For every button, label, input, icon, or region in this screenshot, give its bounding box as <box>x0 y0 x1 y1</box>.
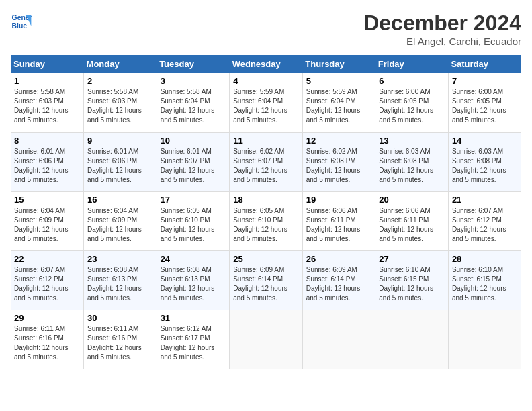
day-detail: Sunrise: 6:05 AM Sunset: 6:10 PM Dayligh… <box>233 206 299 244</box>
page-header: General Blue General Blue December 2024 … <box>11 11 521 47</box>
calendar-cell-2: 2Sunrise: 5:58 AM Sunset: 6:03 PM Daylig… <box>84 73 157 132</box>
calendar-cell-11: 11Sunrise: 6:02 AM Sunset: 6:07 PM Dayli… <box>230 132 303 191</box>
day-number: 24 <box>161 254 226 264</box>
day-detail: Sunrise: 5:59 AM Sunset: 6:04 PM Dayligh… <box>233 87 299 125</box>
day-detail: Sunrise: 6:01 AM Sunset: 6:07 PM Dayligh… <box>161 147 226 185</box>
weekday-header-friday: Friday <box>375 55 449 73</box>
day-detail: Sunrise: 6:09 AM Sunset: 6:14 PM Dayligh… <box>306 265 372 303</box>
day-number: 3 <box>161 76 226 86</box>
day-detail: Sunrise: 6:04 AM Sunset: 6:09 PM Dayligh… <box>14 206 80 244</box>
calendar-cell-29: 29Sunrise: 6:11 AM Sunset: 6:16 PM Dayli… <box>11 310 84 369</box>
month-title: December 2024 <box>363 11 521 36</box>
day-number: 27 <box>379 254 445 264</box>
calendar-cell-14: 14Sunrise: 6:03 AM Sunset: 6:08 PM Dayli… <box>448 132 521 191</box>
calendar-cell-27: 27Sunrise: 6:10 AM Sunset: 6:15 PM Dayli… <box>375 250 449 310</box>
calendar-cell-12: 12Sunrise: 6:02 AM Sunset: 6:08 PM Dayli… <box>302 132 375 191</box>
day-number: 1 <box>14 76 80 86</box>
day-detail: Sunrise: 5:58 AM Sunset: 6:04 PM Dayligh… <box>161 87 226 125</box>
day-detail: Sunrise: 5:58 AM Sunset: 6:03 PM Dayligh… <box>14 87 80 125</box>
calendar-cell-31: 31Sunrise: 6:12 AM Sunset: 6:17 PM Dayli… <box>157 310 230 369</box>
weekday-header-saturday: Saturday <box>448 55 521 73</box>
title-block: December 2024 El Angel, Carchi, Ecuador <box>363 11 521 47</box>
day-number: 2 <box>87 76 153 86</box>
day-detail: Sunrise: 6:02 AM Sunset: 6:08 PM Dayligh… <box>306 147 372 185</box>
day-detail: Sunrise: 6:11 AM Sunset: 6:16 PM Dayligh… <box>14 324 80 362</box>
day-number: 31 <box>161 313 226 323</box>
day-detail: Sunrise: 6:05 AM Sunset: 6:10 PM Dayligh… <box>161 206 226 244</box>
day-number: 18 <box>233 195 299 205</box>
day-detail: Sunrise: 6:03 AM Sunset: 6:08 PM Dayligh… <box>452 147 518 185</box>
calendar-cell-26: 26Sunrise: 6:09 AM Sunset: 6:14 PM Dayli… <box>302 250 375 310</box>
day-number: 12 <box>306 136 372 146</box>
calendar-cell-28: 28Sunrise: 6:10 AM Sunset: 6:15 PM Dayli… <box>448 250 521 310</box>
day-number: 22 <box>14 254 80 264</box>
day-detail: Sunrise: 6:01 AM Sunset: 6:06 PM Dayligh… <box>14 147 80 185</box>
logo-icon: General Blue <box>11 11 32 32</box>
day-number: 23 <box>87 254 153 264</box>
day-detail: Sunrise: 6:09 AM Sunset: 6:14 PM Dayligh… <box>233 265 299 303</box>
day-detail: Sunrise: 6:00 AM Sunset: 6:05 PM Dayligh… <box>452 87 518 125</box>
empty-cell <box>302 310 375 369</box>
weekday-header-sunday: Sunday <box>11 55 84 73</box>
calendar-table: SundayMondayTuesdayWednesdayThursdayFrid… <box>11 55 521 369</box>
location-subtitle: El Angel, Carchi, Ecuador <box>363 36 521 47</box>
calendar-cell-10: 10Sunrise: 6:01 AM Sunset: 6:07 PM Dayli… <box>157 132 230 191</box>
day-number: 6 <box>379 76 445 86</box>
calendar-cell-20: 20Sunrise: 6:06 AM Sunset: 6:11 PM Dayli… <box>375 191 449 250</box>
day-detail: Sunrise: 6:00 AM Sunset: 6:05 PM Dayligh… <box>379 87 445 125</box>
day-number: 26 <box>306 254 372 264</box>
day-number: 10 <box>161 136 226 146</box>
day-number: 25 <box>233 254 299 264</box>
svg-text:Blue: Blue <box>12 22 28 30</box>
day-detail: Sunrise: 6:11 AM Sunset: 6:16 PM Dayligh… <box>87 324 153 362</box>
logo: General Blue General Blue <box>11 11 32 32</box>
day-number: 4 <box>233 76 299 86</box>
day-number: 15 <box>14 195 80 205</box>
week-row-4: 22Sunrise: 6:07 AM Sunset: 6:12 PM Dayli… <box>11 250 521 310</box>
day-detail: Sunrise: 6:10 AM Sunset: 6:15 PM Dayligh… <box>379 265 445 303</box>
day-detail: Sunrise: 6:12 AM Sunset: 6:17 PM Dayligh… <box>161 324 226 362</box>
day-number: 11 <box>233 136 299 146</box>
day-detail: Sunrise: 6:07 AM Sunset: 6:12 PM Dayligh… <box>452 206 518 244</box>
day-detail: Sunrise: 6:08 AM Sunset: 6:13 PM Dayligh… <box>87 265 153 303</box>
calendar-cell-9: 9Sunrise: 6:01 AM Sunset: 6:06 PM Daylig… <box>84 132 157 191</box>
calendar-cell-30: 30Sunrise: 6:11 AM Sunset: 6:16 PM Dayli… <box>84 310 157 369</box>
calendar-cell-15: 15Sunrise: 6:04 AM Sunset: 6:09 PM Dayli… <box>11 191 84 250</box>
day-detail: Sunrise: 6:06 AM Sunset: 6:11 PM Dayligh… <box>306 206 372 244</box>
day-detail: Sunrise: 6:03 AM Sunset: 6:08 PM Dayligh… <box>379 147 445 185</box>
day-number: 20 <box>379 195 445 205</box>
calendar-cell-22: 22Sunrise: 6:07 AM Sunset: 6:12 PM Dayli… <box>11 250 84 310</box>
day-detail: Sunrise: 6:06 AM Sunset: 6:11 PM Dayligh… <box>379 206 445 244</box>
day-number: 29 <box>14 313 80 323</box>
day-detail: Sunrise: 5:58 AM Sunset: 6:03 PM Dayligh… <box>87 87 153 125</box>
day-detail: Sunrise: 6:10 AM Sunset: 6:15 PM Dayligh… <box>452 265 518 303</box>
day-detail: Sunrise: 6:07 AM Sunset: 6:12 PM Dayligh… <box>14 265 80 303</box>
calendar-cell-13: 13Sunrise: 6:03 AM Sunset: 6:08 PM Dayli… <box>375 132 449 191</box>
weekday-header-wednesday: Wednesday <box>230 55 303 73</box>
empty-cell <box>230 310 303 369</box>
day-number: 8 <box>14 136 80 146</box>
day-number: 19 <box>306 195 372 205</box>
calendar-cell-16: 16Sunrise: 6:04 AM Sunset: 6:09 PM Dayli… <box>84 191 157 250</box>
calendar-cell-24: 24Sunrise: 6:08 AM Sunset: 6:13 PM Dayli… <box>157 250 230 310</box>
calendar-cell-19: 19Sunrise: 6:06 AM Sunset: 6:11 PM Dayli… <box>302 191 375 250</box>
weekday-header-tuesday: Tuesday <box>157 55 230 73</box>
calendar-cell-17: 17Sunrise: 6:05 AM Sunset: 6:10 PM Dayli… <box>157 191 230 250</box>
day-number: 21 <box>452 195 518 205</box>
day-detail: Sunrise: 6:08 AM Sunset: 6:13 PM Dayligh… <box>161 265 226 303</box>
week-row-2: 8Sunrise: 6:01 AM Sunset: 6:06 PM Daylig… <box>11 132 521 191</box>
weekday-header-row: SundayMondayTuesdayWednesdayThursdayFrid… <box>11 55 521 73</box>
day-number: 17 <box>161 195 226 205</box>
day-number: 7 <box>452 76 518 86</box>
calendar-cell-6: 6Sunrise: 6:00 AM Sunset: 6:05 PM Daylig… <box>375 73 449 132</box>
weekday-header-monday: Monday <box>84 55 157 73</box>
calendar-cell-3: 3Sunrise: 5:58 AM Sunset: 6:04 PM Daylig… <box>157 73 230 132</box>
day-number: 13 <box>379 136 445 146</box>
day-number: 9 <box>87 136 153 146</box>
calendar-cell-4: 4Sunrise: 5:59 AM Sunset: 6:04 PM Daylig… <box>230 73 303 132</box>
calendar-cell-1: 1Sunrise: 5:58 AM Sunset: 6:03 PM Daylig… <box>11 73 84 132</box>
day-number: 5 <box>306 76 372 86</box>
day-detail: Sunrise: 6:04 AM Sunset: 6:09 PM Dayligh… <box>87 206 153 244</box>
empty-cell <box>375 310 449 369</box>
day-number: 28 <box>452 254 518 264</box>
